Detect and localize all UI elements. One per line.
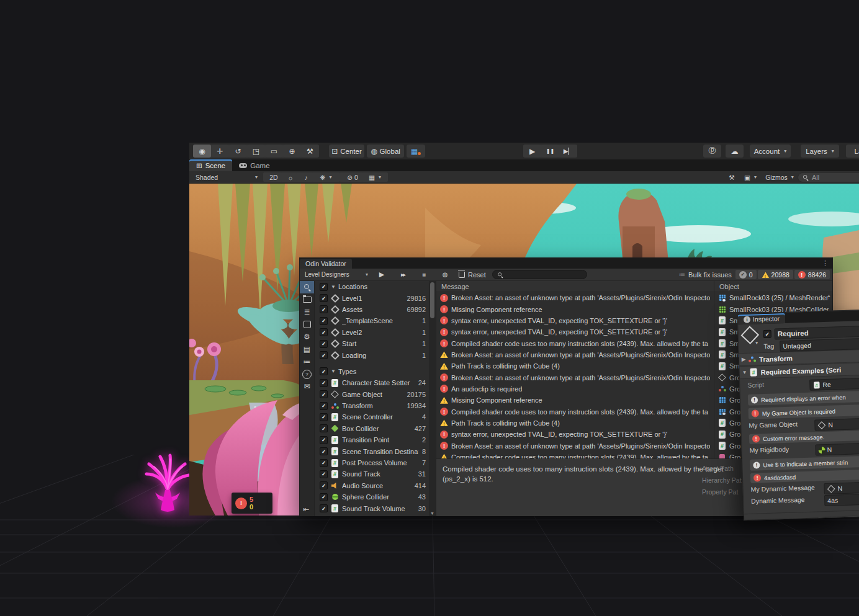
pivot-center-button[interactable]: ⊡ Center (329, 145, 364, 158)
location-row[interactable]: ✓ Level2 1 (315, 327, 436, 338)
filter-list-tab[interactable]: ≣ (300, 306, 314, 318)
message-row[interactable]: Compiled shader code uses too many instr… (436, 406, 714, 417)
types-section-header[interactable]: ✓ ▼ Types (315, 366, 436, 377)
checkbox[interactable]: ✓ (320, 413, 328, 421)
run-all-button[interactable]: ▸▸ (393, 269, 413, 280)
my-rigidbody-field[interactable]: N (815, 442, 859, 455)
message-row[interactable]: Broken Asset: an asset of unknown type a… (436, 372, 714, 383)
custom-tools-button[interactable]: ⚒ (301, 145, 319, 158)
message-row[interactable]: Compiled shader code uses too many instr… (436, 337, 714, 349)
tab-game[interactable]: Game (232, 159, 276, 171)
cloud-services-button[interactable]: ☁ (726, 145, 744, 158)
chevron-down-icon[interactable]: ▾ (755, 340, 758, 346)
grid-snap-button[interactable]: ▦ (407, 145, 425, 158)
type-row[interactable]: ✓ Character State Setter 24 (315, 377, 436, 388)
location-row[interactable]: ✓ Loading 1 (315, 349, 436, 360)
checkbox[interactable]: ✓ (320, 340, 328, 348)
bulk-tab[interactable]: ≔ (300, 355, 314, 368)
checkbox[interactable]: ✓ (320, 305, 328, 313)
filter-assets-tab[interactable] (300, 293, 314, 306)
message-row[interactable]: syntax error, unexpected TVAL_ID, expect… (436, 326, 714, 337)
locations-section-header[interactable]: ✓ ▼ Locations (315, 281, 436, 292)
my-dynamic-message-field[interactable]: N (824, 481, 859, 494)
checkbox[interactable]: ✓ (320, 390, 328, 398)
validator-search-input[interactable] (492, 270, 588, 279)
object-column-header[interactable]: Object (714, 281, 832, 292)
message-row[interactable]: Broken Asset: an asset of unknown type a… (436, 440, 714, 451)
scroll-up-icon[interactable]: ▲ (827, 293, 831, 298)
checkbox[interactable]: ✓ (320, 481, 328, 489)
type-row[interactable]: ✓ Scene Transition Destinatio 8 (315, 445, 436, 457)
checkbox[interactable]: ✓ (320, 367, 328, 375)
checkbox[interactable]: ✓ (320, 283, 328, 291)
play-button[interactable]: ▶ (523, 145, 541, 158)
message-row[interactable]: syntax error, unexpected TVAL_ID, expect… (436, 315, 714, 326)
shading-mode-dropdown[interactable]: Shaded ▾ (192, 172, 261, 182)
reset-button[interactable]: Reset (456, 269, 488, 280)
checkbox[interactable]: ✓ (320, 493, 328, 501)
scan-scenes-button[interactable]: ◍ (435, 269, 455, 280)
scale-tool-button[interactable]: ◳ (247, 145, 265, 158)
rotate-tool-button[interactable]: ↺ (229, 145, 247, 158)
checkbox[interactable]: ✓ (320, 424, 328, 432)
object-row[interactable]: SmallRock03 (25) / MeshRendere (714, 292, 832, 303)
layers-dropdown[interactable]: Layers ▾ (801, 145, 839, 158)
location-row[interactable]: ✓ Level1 29816 (315, 292, 436, 303)
my-game-object-field[interactable]: N (814, 417, 859, 431)
message-row[interactable]: An audioclip is required (436, 383, 714, 395)
tab-scene[interactable]: ⊞ Scene (189, 159, 232, 171)
view-tool-button[interactable]: ◉ (193, 145, 211, 158)
location-row[interactable]: ✓ Assets 69892 (315, 304, 436, 315)
checkbox[interactable]: ✓ (320, 351, 328, 359)
scene-validation-badge[interactable]: 5 0 (232, 493, 272, 514)
message-row[interactable]: Path Track is colliding with Cube (4) (436, 417, 714, 429)
account-dropdown[interactable]: Account ▾ (750, 145, 791, 158)
type-row[interactable]: ✓ Scene Controller 4 (315, 411, 436, 422)
type-row[interactable]: ✓ Sound Track 31 (315, 468, 436, 480)
scene-search-input[interactable]: All (798, 172, 859, 182)
step-button[interactable]: ▶▏ (559, 145, 577, 158)
error-count-badge[interactable]: 88426 (794, 270, 830, 279)
bulk-fix-button[interactable]: ≔ Bulk fix issues (677, 269, 734, 280)
message-row[interactable]: syntax error, unexpected TVAL_ID, expect… (436, 429, 714, 440)
plastic-scm-button[interactable]: ⓟ (703, 145, 721, 158)
transform-tool-button[interactable]: ⊕ (283, 145, 301, 158)
filter-scrollbar[interactable]: ▼ (429, 281, 436, 516)
warning-count-badge[interactable]: 20988 (758, 270, 793, 279)
type-row[interactable]: ✓ Game Object 20175 (315, 389, 436, 400)
collapse-panel-button[interactable]: ⇤ (303, 505, 309, 514)
resolved-count-badge[interactable]: ✓ 0 (735, 270, 757, 279)
help-tab[interactable]: ? (300, 368, 314, 380)
stop-button[interactable]: ■ (414, 269, 434, 280)
location-row[interactable]: ✓ _TemplateScene 1 (315, 315, 436, 326)
type-row[interactable]: ✓ Sphere Collider 43 (315, 491, 436, 502)
checkbox[interactable]: ✓ (320, 504, 328, 512)
sessions-tab[interactable]: ▤ (300, 343, 314, 355)
profile-dropdown[interactable]: Level Designers ▾ (302, 269, 371, 280)
message-row[interactable]: Path Track is colliding with Cube (4) (436, 360, 714, 372)
message-column-header[interactable]: Message (436, 281, 714, 292)
gizmos-dropdown[interactable]: Gizmos ▾ (758, 172, 801, 182)
message-row[interactable]: Compiled shader code uses too many instr… (436, 452, 714, 458)
contact-tab[interactable]: ✉ (300, 380, 314, 393)
settings-tab[interactable]: ⚙ (300, 331, 314, 343)
type-row[interactable]: ✓ Audio Source 414 (315, 480, 436, 491)
checkbox[interactable]: ✓ (320, 402, 328, 410)
checkbox[interactable]: ✓ (320, 459, 328, 467)
checkbox[interactable]: ✓ (320, 328, 328, 336)
active-checkbox[interactable]: ✓ (763, 330, 771, 338)
scroll-down-icon[interactable]: ▼ (430, 511, 434, 516)
location-row[interactable]: ✓ Start 1 (315, 338, 436, 349)
scrollbar-thumb[interactable] (430, 282, 434, 318)
scene-effects-dropdown[interactable]: ❋ ▾ (312, 172, 340, 182)
message-row[interactable]: Broken Asset: an asset of unknown type a… (436, 349, 714, 360)
pivot-global-button[interactable]: ◍ Global (367, 145, 404, 158)
gameobject-name-field[interactable]: Required (774, 326, 859, 340)
type-row[interactable]: ✓ Sound Track Volume 30 (315, 502, 436, 514)
move-tool-button[interactable]: ✛ (211, 145, 229, 158)
type-row[interactable]: ✓ Transition Point 2 (315, 434, 436, 445)
checkbox[interactable]: ✓ (320, 294, 328, 302)
filter-search-tab[interactable] (300, 281, 314, 293)
checkbox[interactable]: ✓ (320, 379, 328, 387)
rect-tool-button[interactable]: ▭ (265, 145, 283, 158)
